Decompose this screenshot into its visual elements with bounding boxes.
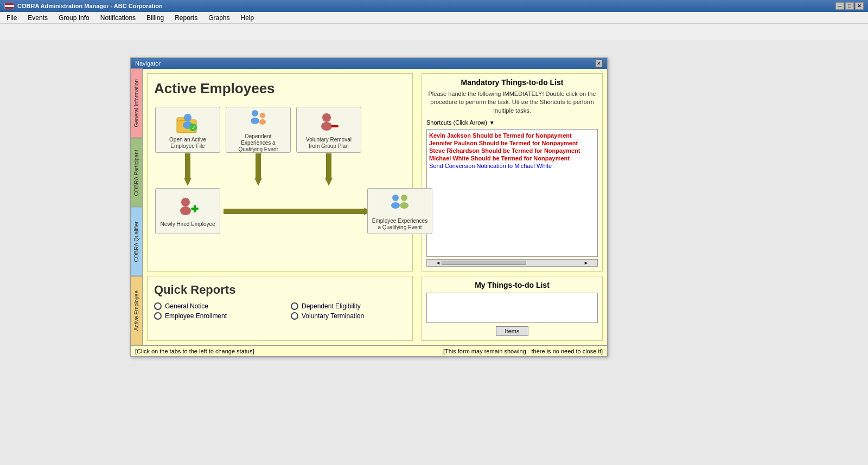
newly-hired-label: Newly Hired Employee <box>160 221 215 228</box>
menu-group-info[interactable]: Group Info <box>54 13 94 23</box>
menu-notifications[interactable]: Notifications <box>96 13 140 23</box>
workflow-container: ✓ Open an Active Employee File <box>154 106 406 230</box>
quick-reports-title: Quick Reports <box>154 283 406 297</box>
svg-point-26 <box>391 202 400 209</box>
radio-dependent-eligibility[interactable] <box>291 302 298 310</box>
items-button[interactable]: Items <box>496 326 529 336</box>
status-right: [This form may remain showing - there is… <box>443 348 603 354</box>
minimize-button[interactable]: ─ <box>835 2 844 10</box>
svg-point-15 <box>251 118 259 124</box>
action-voluntary-removal[interactable]: Voluntary Removal from Group Plan <box>296 107 361 153</box>
navigator-window: Navigator ✕ General Information COBRA Pa… <box>130 57 608 357</box>
active-employees-title: Active Employees <box>154 80 406 97</box>
title-bar: COBRA Administration Manager - ABC Corpo… <box>0 0 868 12</box>
menu-file[interactable]: File <box>2 13 21 23</box>
close-button[interactable]: ✕ <box>855 2 864 10</box>
svg-rect-24 <box>194 205 196 212</box>
svg-marker-3 <box>254 178 262 186</box>
action-open-active-file[interactable]: ✓ Open an Active Employee File <box>155 107 220 153</box>
mandatory-todo-description: Please handle the following IMMEDIATELY!… <box>426 90 598 115</box>
employee-qualifying-label: Employee Experiences a Qualifying Event <box>371 218 429 231</box>
svg-rect-20 <box>331 125 339 127</box>
mandatory-todo-list[interactable]: Kevin Jackson Should be Termed for Nonpa… <box>426 129 598 257</box>
radio-voluntary-termination[interactable] <box>291 312 298 320</box>
report-general-notice[interactable]: General Notice <box>154 302 269 310</box>
svg-text:✓: ✓ <box>192 125 196 131</box>
main-panels: Active Employees <box>143 69 417 345</box>
right-panel: Mandatory Things-to-do List Please handl… <box>417 69 607 345</box>
navigator-title: Navigator <box>135 60 161 67</box>
todo-item-steve-richardson[interactable]: Steve Richardson Should be Termed for No… <box>429 147 595 154</box>
scrollbar-track <box>442 261 583 265</box>
radio-general-notice[interactable] <box>154 302 162 310</box>
svg-point-22 <box>180 206 191 215</box>
tab-active-employee[interactable]: Active Employee <box>131 276 143 346</box>
mandatory-todo-title: Mandatory Things-to-do List <box>426 78 598 87</box>
report-dependent-eligibility[interactable]: Dependent Eligibility <box>291 302 406 310</box>
shortcuts-label: Shortcuts (Click Arrow) <box>426 119 487 126</box>
action-newly-hired[interactable]: Newly Hired Employee <box>155 188 220 234</box>
open-active-file-icon: ✓ <box>176 110 200 135</box>
svg-point-25 <box>392 195 399 201</box>
menu-reports[interactable]: Reports <box>170 13 202 23</box>
svg-point-16 <box>260 113 265 118</box>
voluntary-removal-icon <box>317 110 341 135</box>
tab-cobra-participant[interactable]: COBRA Participant <box>131 138 143 208</box>
toolbar <box>0 24 868 41</box>
mandatory-todo-panel: Mandatory Things-to-do List Please handl… <box>422 73 603 272</box>
scroll-left-icon[interactable]: ◄ <box>435 260 442 266</box>
tab-cobra-qualifier[interactable]: COBRA Qualifier <box>131 207 143 276</box>
report-voluntary-termination[interactable]: Voluntary Termination <box>291 312 406 320</box>
title-bar-left: COBRA Administration Manager - ABC Corpo… <box>4 3 163 9</box>
svg-marker-1 <box>184 178 192 186</box>
dependent-qualifying-icon <box>246 107 270 132</box>
scroll-right-icon[interactable]: ► <box>583 260 590 266</box>
shortcuts-arrow-icon: ▼ <box>489 120 495 126</box>
employee-qualifying-icon <box>388 191 412 217</box>
menu-events[interactable]: Events <box>23 13 52 23</box>
svg-point-27 <box>401 195 407 201</box>
my-todo-panel: My Things-to-do List Items <box>422 276 603 341</box>
left-tabs: General Information COBRA Participant CO… <box>131 69 143 345</box>
my-todo-title: My Things-to-do List <box>426 281 598 289</box>
svg-point-18 <box>322 113 331 122</box>
navigator-close-button[interactable]: ✕ <box>595 60 603 67</box>
newly-hired-icon <box>176 195 200 220</box>
menu-graphs[interactable]: Graphs <box>204 13 234 23</box>
mandatory-todo-scrollbar[interactable]: ◄ ► <box>426 259 598 267</box>
navigator-body: General Information COBRA Participant CO… <box>131 69 607 345</box>
todo-item-michael-white[interactable]: Michael White Should be Termed for Nonpa… <box>429 154 595 162</box>
app-icon <box>4 3 14 9</box>
action-employee-qualifying[interactable]: Employee Experiences a Qualifying Event <box>367 188 432 234</box>
svg-point-28 <box>400 202 409 209</box>
shortcuts-bar: Shortcuts (Click Arrow) ▼ <box>426 119 598 126</box>
quick-reports-panel: Quick Reports General Notice Dependent E… <box>147 276 413 341</box>
tab-general-information[interactable]: General Information <box>131 69 143 138</box>
todo-item-kevin-jackson[interactable]: Kevin Jackson Should be Termed for Nonpa… <box>429 132 595 139</box>
svg-point-21 <box>181 198 190 206</box>
voluntary-removal-label: Voluntary Removal from Group Plan <box>300 137 358 150</box>
action-dependent-qualifying[interactable]: Dependent Experiences a Qualifying Event <box>226 107 291 153</box>
navigator-titlebar: Navigator ✕ <box>131 58 607 69</box>
svg-marker-5 <box>325 178 333 186</box>
svg-point-14 <box>252 110 258 117</box>
radio-employee-enrollment[interactable] <box>154 312 162 320</box>
scrollbar-thumb[interactable] <box>442 261 526 265</box>
my-todo-content <box>426 293 598 323</box>
status-left: [Click on the tabs to the left to change… <box>135 348 254 354</box>
maximize-button[interactable]: □ <box>845 2 854 10</box>
active-employees-panel: Active Employees <box>147 73 413 272</box>
dependent-qualifying-label: Dependent Experiences a Qualifying Event <box>229 133 287 153</box>
todo-item-conversion-michael[interactable]: Send Conversion Notification to Michael … <box>429 162 595 170</box>
open-active-file-label: Open an Active Employee File <box>159 137 216 150</box>
reports-grid: General Notice Dependent Eligibility Emp… <box>154 302 406 320</box>
svg-point-17 <box>259 119 266 125</box>
report-employee-enrollment[interactable]: Employee Enrollment <box>154 312 269 320</box>
menu-billing[interactable]: Billing <box>142 13 168 23</box>
title-bar-text: COBRA Administration Manager - ABC Corpo… <box>17 3 163 9</box>
todo-item-jennifer-paulson[interactable]: Jennifer Paulson Should be Termed for No… <box>429 139 595 147</box>
menu-help[interactable]: Help <box>237 13 259 23</box>
svg-point-19 <box>321 122 332 131</box>
svg-point-10 <box>184 114 192 121</box>
main-content: Navigator ✕ General Information COBRA Pa… <box>0 41 868 465</box>
